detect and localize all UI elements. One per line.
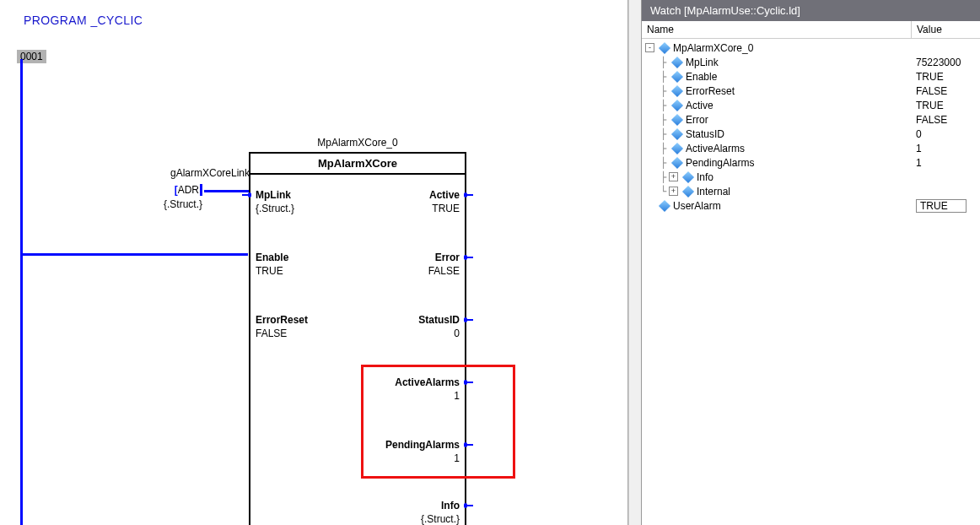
variable-icon [659, 199, 670, 211]
variable-icon [671, 127, 683, 139]
watch-var-name: PendingAlarms [686, 157, 916, 169]
watch-var-value: TRUE [916, 71, 980, 83]
variable-icon [671, 99, 683, 111]
watch-var-name: Error [686, 114, 916, 126]
tree-branch-icon: ├ [657, 57, 669, 68]
watch-row[interactable]: ├+Info [642, 170, 980, 184]
variable-icon [682, 185, 694, 197]
watch-var-value: 0 [916, 128, 980, 140]
watch-row[interactable]: ├ActiveTRUE [642, 98, 980, 112]
watch-row[interactable]: ├EnableTRUE [642, 69, 980, 84]
fb-out-active-val: TRUE [432, 203, 460, 214]
watch-tree[interactable]: -MpAlarmXCore_0├MpLink75223000├EnableTRU… [642, 39, 980, 214]
variable-icon [659, 41, 670, 53]
program-title: PROGRAM _CYCLIC [24, 14, 143, 27]
variable-icon [671, 142, 683, 154]
fb-out-statusid: StatusID [418, 314, 460, 326]
watch-row[interactable]: ├MpLink75223000 [642, 55, 980, 69]
watch-var-value[interactable]: TRUE [916, 199, 980, 213]
watch-row[interactable]: ├PendingAlarms1 [642, 155, 980, 170]
watch-var-value: 1 [916, 143, 980, 154]
tree-branch-icon: └ [657, 186, 669, 198]
watch-row[interactable]: -MpAlarmXCore_0 [642, 41, 980, 55]
variable-icon [671, 156, 683, 168]
collapse-icon[interactable]: - [645, 43, 654, 52]
variable-icon [671, 84, 683, 96]
watch-row[interactable]: ├ErrorFALSE [642, 112, 980, 127]
watch-header: Name Value [642, 21, 980, 39]
adr-var-label: gAlarmXCoreLink [170, 167, 250, 179]
ladder-rail [20, 59, 23, 525]
tree-branch-icon: ├ [657, 85, 669, 97]
tree-branch-icon: ├ [657, 128, 669, 140]
watch-var-name: ErrorReset [686, 85, 916, 97]
variable-icon [671, 70, 683, 82]
adr-type: {.Struct.} [164, 198, 202, 210]
fb-in-errorreset-val: FALSE [256, 327, 287, 339]
fb-in-mplink-val: {.Struct.} [256, 203, 294, 214]
scrollbar-vertical[interactable] [628, 0, 642, 525]
fb-in-mplink: MpLink [256, 189, 291, 201]
watch-var-name: Enable [686, 71, 916, 83]
watch-var-value: 1 [916, 157, 980, 169]
watch-var-value: FALSE [916, 114, 980, 126]
watch-var-name: Info [697, 171, 916, 183]
watch-row[interactable]: ├ActiveAlarms1 [642, 141, 980, 155]
pin-out-info[interactable] [466, 505, 473, 506]
fb-out-statusid-val: 0 [454, 327, 460, 339]
pin-out-error[interactable] [466, 257, 473, 258]
variable-icon [682, 170, 694, 182]
watch-row[interactable]: UserAlarmTRUE [642, 198, 980, 213]
watch-row[interactable]: └+Internal [642, 184, 980, 198]
watch-var-name: MpAlarmXCore_0 [673, 42, 916, 54]
fb-instance-name: MpAlarmXCore_0 [249, 137, 466, 149]
watch-var-name: StatusID [686, 128, 916, 140]
fb-out-error-val: FALSE [428, 265, 460, 277]
expand-icon[interactable]: + [669, 187, 678, 196]
watch-var-value: FALSE [916, 85, 980, 97]
watch-var-name: Internal [697, 186, 916, 198]
adr-input-block[interactable]: gAlarmXCoreLink ADR {.Struct.} [145, 167, 250, 243]
watch-col-value[interactable]: Value [911, 21, 980, 38]
fb-out-error: Error [435, 252, 460, 263]
tree-branch-icon: ├ [657, 114, 669, 126]
watch-var-value: 75223000 [916, 57, 980, 68]
pin-in-mplink[interactable] [242, 194, 249, 196]
watch-title: Watch [MpAlarmUse::Cyclic.ld] [642, 0, 980, 21]
watch-var-name: UserAlarm [673, 200, 916, 212]
variable-icon [671, 56, 683, 68]
fb-out-info-val: {.Struct.} [421, 513, 460, 525]
watch-var-name: Active [686, 100, 916, 111]
highlight-box [361, 365, 515, 479]
ladder-branch [20, 253, 248, 256]
watch-row[interactable]: ├ErrorResetFALSE [642, 84, 980, 98]
fb-in-enable: Enable [256, 252, 288, 263]
watch-var-name: MpLink [686, 57, 916, 68]
pin-out-active[interactable] [466, 194, 473, 196]
watch-panel: Watch [MpAlarmUse::Cyclic.ld] Name Value… [642, 0, 980, 525]
watch-row[interactable]: ├StatusID0 [642, 127, 980, 141]
watch-var-name: ActiveAlarms [686, 143, 916, 154]
tree-branch-icon: ├ [657, 171, 669, 183]
tree-branch-icon: ├ [657, 71, 669, 83]
expand-icon[interactable]: + [669, 172, 678, 181]
fb-out-info: Info [441, 500, 460, 511]
watch-var-value: TRUE [916, 100, 980, 111]
fb-out-active: Active [429, 189, 460, 201]
ladder-editor[interactable]: PROGRAM _CYCLIC 0001 gAlarmXCoreLink ADR… [0, 0, 628, 525]
watch-col-name[interactable]: Name [642, 21, 912, 38]
fb-in-enable-val: TRUE [256, 265, 283, 277]
variable-icon [671, 113, 683, 125]
adr-wire [204, 190, 250, 192]
tree-branch-icon: ├ [657, 143, 669, 154]
tree-branch-icon: ├ [657, 157, 669, 169]
fb-in-errorreset: ErrorReset [256, 314, 308, 326]
pin-out-statusid[interactable] [466, 319, 473, 321]
tree-branch-icon: ├ [657, 100, 669, 111]
fb-type-name: MpAlarmXCore [250, 154, 465, 175]
adr-box: ADR [175, 184, 202, 196]
